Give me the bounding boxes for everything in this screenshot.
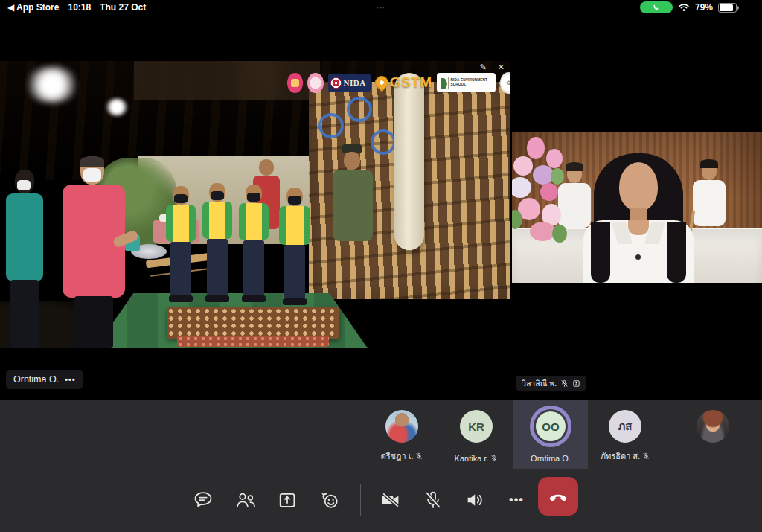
participant-name: Orntima O. — [531, 454, 571, 463]
close-icon: ✕ — [498, 63, 505, 72]
participant-name: วิลาสิณี พ. — [522, 377, 557, 390]
gstm-logo: GSTM — [375, 74, 432, 91]
person-pink-shirt-man — [58, 156, 132, 348]
mic-off-icon — [560, 379, 569, 388]
phone-down-icon — [548, 486, 569, 507]
speaker-woman — [580, 150, 697, 283]
status-bar: ⋯ ◀ App Store 10:18 Thu 27 Oct 79% — [0, 0, 762, 15]
more-options-button[interactable]: ••• — [500, 483, 533, 517]
battery-icon — [718, 3, 737, 13]
webinar-logos: NIDA GSTM NIDA ENVIRONMENT SCHOOL ✿ — [287, 70, 510, 95]
speaker-video — [512, 132, 762, 283]
skylight-glow — [25, 67, 79, 103]
multitask-indicator: ⋯ — [0, 3, 762, 13]
participants-button[interactable] — [229, 483, 262, 517]
participant-name: ภัทรธิดา ส. — [601, 449, 640, 463]
participant-tile[interactable]: ภส ภัทรธิดา ส. — [588, 400, 662, 469]
mic-off-icon — [415, 452, 423, 460]
participant-tile-speaking[interactable]: OO Orntima O. — [513, 400, 588, 469]
pink-circle-logo — [287, 73, 303, 93]
avatar-initials: ภส — [609, 410, 641, 443]
leaf-icon — [441, 77, 449, 89]
gstm-pin-icon — [372, 73, 391, 92]
nida-environment-school-logo: NIDA ENVIRONMENT SCHOOL — [437, 73, 496, 92]
student-green-yellow-uniform — [201, 183, 234, 304]
reactions-smiley-icon — [318, 490, 341, 510]
shared-workshop-video: NIDA GSTM NIDA ENVIRONMENT SCHOOL ✿ — ✎ … — [0, 61, 510, 348]
avatar-initials: OO — [536, 411, 566, 441]
side-participant-name-pill[interactable]: วิลาสิณี พ. — [516, 376, 586, 391]
avatar-photo — [385, 410, 418, 443]
more-options-icon[interactable]: ••• — [65, 375, 76, 384]
mic-off-icon — [490, 455, 498, 462]
lavalier-mic — [635, 254, 641, 260]
bamboo-pipe — [394, 73, 424, 250]
share-tray-icon — [277, 490, 298, 510]
front-tray — [177, 336, 329, 347]
person-olive-shirt — [330, 144, 376, 286]
share-button[interactable] — [271, 483, 304, 517]
reactions-button[interactable] — [313, 483, 346, 517]
mic-off-icon — [423, 490, 444, 510]
hang-up-button[interactable] — [538, 477, 578, 516]
camera-toggle-button[interactable] — [374, 483, 407, 517]
minimize-icon: — — [461, 63, 469, 72]
call-toolbar: ••• — [0, 469, 762, 532]
ipad-screen: ⋯ ◀ App Store 10:18 Thu 27 Oct 79% — [0, 0, 762, 532]
mic-toggle-button[interactable] — [417, 483, 449, 517]
wooden-ball-trays — [167, 307, 339, 339]
avatar-photo — [697, 410, 729, 443]
student-green-yellow-uniform — [164, 186, 197, 304]
mic-off-icon — [642, 452, 650, 460]
student-green-yellow-uniform — [237, 185, 270, 304]
speaker-icon — [464, 490, 485, 510]
speaking-indicator-ring: OO — [530, 406, 572, 447]
person-teal-woman — [4, 170, 45, 348]
participant-tile[interactable]: KR Kantika r. — [439, 400, 513, 469]
ceiling-lamp — [106, 98, 128, 116]
participant-name: ตรีชฎา เ. — [381, 449, 414, 463]
nida-logo: NIDA — [328, 74, 371, 92]
pink-face-logo — [307, 73, 323, 93]
avatar-initials: KR — [460, 410, 493, 443]
spotlight-icon — [572, 379, 580, 388]
shared-window-controls: — ✎ ✕ — [461, 63, 505, 72]
edit-icon: ✎ — [480, 63, 487, 72]
ellipsis-icon: ••• — [509, 493, 524, 507]
main-participant-name-pill[interactable]: Orntima O. ••• — [6, 370, 83, 389]
side-video-pane[interactable]: วิลาสิณี พ. — [512, 15, 762, 400]
participant-tile[interactable] — [662, 400, 762, 469]
nida-target-icon — [330, 77, 342, 89]
participant-tile[interactable]: ตรีชฎา เ. — [365, 400, 439, 469]
chat-button[interactable] — [187, 483, 220, 517]
blue-hoop — [318, 113, 344, 138]
speaker-button[interactable] — [458, 483, 491, 517]
people-icon — [234, 490, 257, 510]
chat-bubble-icon — [193, 490, 214, 510]
student-green-yellow-uniform — [278, 188, 312, 305]
flower-bouquet — [512, 135, 576, 253]
camera-off-icon — [380, 490, 402, 510]
toolbar-divider — [360, 484, 361, 516]
participant-name: Kantika r. — [455, 454, 489, 463]
participant-name: Orntima O. — [13, 374, 59, 385]
white-round-logo: ✿ — [500, 72, 510, 94]
main-video-pane[interactable]: NIDA GSTM NIDA ENVIRONMENT SCHOOL ✿ — ✎ … — [0, 15, 510, 400]
bottom-bar: ตรีชฎา เ. KR Kantika r. — [0, 400, 762, 532]
blue-hoop — [347, 97, 372, 122]
